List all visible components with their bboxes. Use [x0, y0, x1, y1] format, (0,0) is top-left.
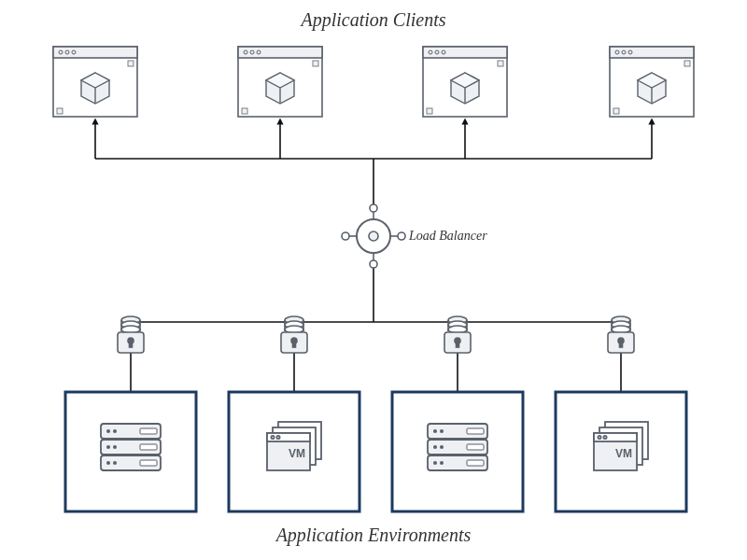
client-window-3 — [610, 47, 694, 117]
env-box-0 — [65, 392, 196, 511]
env-box-2 — [392, 392, 523, 511]
lock-icon-0 — [118, 316, 144, 353]
client-window-2 — [423, 47, 507, 117]
lock-icon-2 — [444, 316, 471, 353]
diagram-canvas: VM — [0, 0, 747, 560]
connector-top — [95, 121, 652, 205]
load-balancer-icon — [342, 204, 405, 268]
connector-bottom — [131, 267, 621, 392]
lock-icon-3 — [608, 316, 634, 353]
env-box-1 — [229, 392, 359, 511]
lock-icon-1 — [281, 316, 307, 353]
client-window-0 — [53, 47, 137, 117]
client-window-1 — [238, 47, 322, 117]
env-box-3 — [556, 392, 686, 511]
